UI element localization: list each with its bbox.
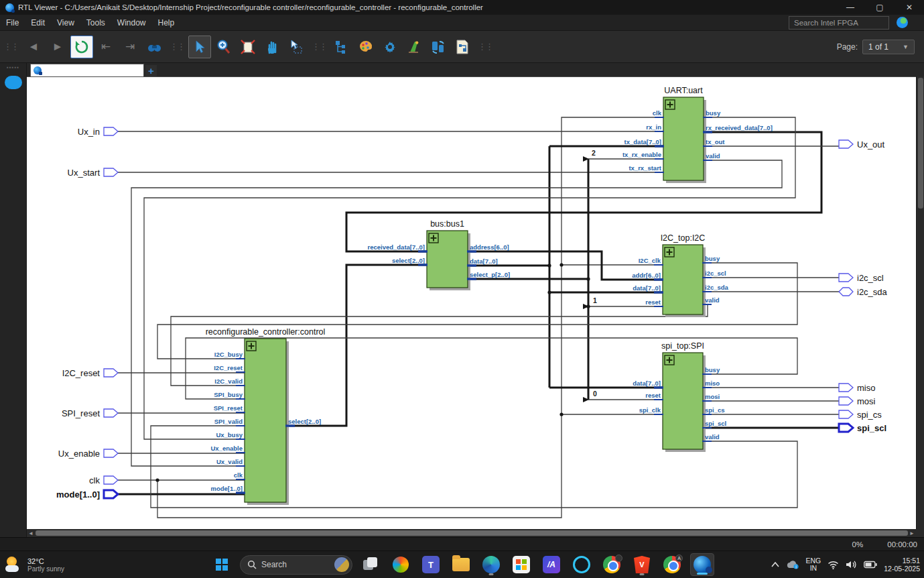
pin-miso[interactable]: miso xyxy=(839,383,875,393)
toolbar-grip-icon[interactable]: ⋮⋮ xyxy=(478,42,492,52)
bird-button[interactable] xyxy=(403,36,425,58)
toolbar-grip-icon[interactable]: ⋮⋮ xyxy=(3,42,18,52)
settings-button[interactable] xyxy=(379,36,401,58)
pin-spi_scl[interactable]: spi_scl xyxy=(839,423,886,433)
pin-i2c_scl[interactable]: i2c_scl xyxy=(839,273,884,283)
toolbar-grip-icon[interactable]: ⋮⋮ xyxy=(312,42,326,52)
chrome-profile-button[interactable]: A xyxy=(660,553,684,576)
add-tab-button[interactable]: + xyxy=(145,65,157,76)
block-i2c[interactable]: I2C_top:I2CI2C_clkaddr[6..0]data[7..0]re… xyxy=(632,233,728,317)
pin-I2C_reset[interactable]: I2C_reset xyxy=(62,368,118,378)
chrome-button[interactable] xyxy=(600,553,624,576)
onedrive-cloud-icon[interactable]: i xyxy=(786,560,799,569)
globe-icon[interactable] xyxy=(897,17,908,28)
horizontal-scrollbar[interactable]: ◄ ► xyxy=(27,529,924,537)
dev-app-button[interactable]: /A xyxy=(539,553,564,576)
scroll-right-arrow-icon[interactable]: ► xyxy=(908,530,916,536)
alexa-button[interactable] xyxy=(570,553,594,576)
start-button[interactable] xyxy=(210,553,234,576)
pin-clk[interactable]: clk xyxy=(89,475,118,485)
task-view-button[interactable] xyxy=(358,553,383,576)
teams-button[interactable]: T xyxy=(419,553,443,576)
file-explorer-button[interactable] xyxy=(449,553,473,576)
previous-view-button[interactable]: ⇤ xyxy=(94,36,117,58)
close-button[interactable]: ✕ xyxy=(895,0,924,15)
scroll-left-arrow-icon[interactable]: ◄ xyxy=(27,530,35,536)
port-label: Ux_busy xyxy=(216,431,243,439)
menu-item-file[interactable]: File xyxy=(0,16,25,30)
netlist-pages-button[interactable] xyxy=(427,36,450,58)
block-uart[interactable]: UART:uartclkrx_intx_data[7..0]tx_rx_enab… xyxy=(622,86,773,183)
menu-item-view[interactable]: View xyxy=(51,16,80,30)
menu-item-help[interactable]: Help xyxy=(152,16,181,30)
block-control[interactable]: reconfigurable_controller:controlI2C_bus… xyxy=(206,327,326,505)
refresh-button[interactable] xyxy=(70,36,93,58)
menu-item-edit[interactable]: Edit xyxy=(25,16,51,30)
port-label: i2c_sda xyxy=(705,284,729,291)
toolbar-grip-icon[interactable]: ⋮⋮ xyxy=(170,42,184,52)
export-netlist-button[interactable] xyxy=(451,36,474,58)
edge-button[interactable] xyxy=(479,553,503,576)
tray-chevron-up-icon[interactable] xyxy=(771,562,779,567)
port-label: select[2..0] xyxy=(288,418,321,425)
hand-tool-button[interactable] xyxy=(261,36,283,58)
weather-widget[interactable]: 32°C Partly sunny xyxy=(5,556,64,573)
tab-rtl-schematic[interactable] xyxy=(30,64,144,76)
pin-SPI_reset[interactable]: SPI_reset xyxy=(62,408,118,418)
language-indicator[interactable]: ENGIN xyxy=(806,557,821,572)
menu-item-window[interactable]: Window xyxy=(111,16,152,30)
pin-spi_cs[interactable]: spi_cs xyxy=(839,410,882,420)
port-label: mosi xyxy=(705,393,720,400)
pin-label: spi_scl xyxy=(857,423,886,433)
sidebar-grip-icon[interactable]: ▪▪▪▪▪ xyxy=(7,66,19,69)
minimize-button[interactable]: — xyxy=(836,0,865,15)
battery-icon[interactable] xyxy=(864,561,877,569)
clock[interactable]: 15:51 12-05-2025 xyxy=(884,557,920,573)
hierarchy-button[interactable] xyxy=(330,36,353,58)
horizontal-scrollbar-thumb[interactable] xyxy=(36,530,908,536)
block-spi[interactable]: spi_top:SPIdata[7..0]resetspi_clkbusymis… xyxy=(633,341,726,452)
volume-icon[interactable] xyxy=(846,560,857,569)
color-settings-button[interactable] xyxy=(354,36,377,58)
pin-Ux_enable[interactable]: Ux_enable xyxy=(58,449,118,459)
page-select[interactable]: 1 of 1 ▼ xyxy=(862,40,915,54)
status-bar: 0% 00:00:00 xyxy=(0,537,924,551)
search-input[interactable]: Search Intel FPGA xyxy=(789,16,889,30)
forward-button[interactable]: ► xyxy=(46,36,69,58)
fit-view-button[interactable] xyxy=(237,36,259,58)
progress-percent: 0% xyxy=(852,540,864,548)
schematic-canvas[interactable]: 210UART:uartclkrx_intx_data[7..0]tx_rx_e… xyxy=(27,76,916,529)
wifi-icon[interactable] xyxy=(828,561,839,569)
pin-i2c_sda[interactable]: i2c_sda xyxy=(839,287,888,297)
menu-item-tools[interactable]: Tools xyxy=(80,16,111,30)
pin-Ux_in[interactable]: Ux_in xyxy=(78,127,118,137)
output-pin-shape xyxy=(839,384,853,392)
port-label: clk xyxy=(234,471,243,479)
rtl-viewer-app-icon xyxy=(5,3,14,12)
ms-store-button[interactable] xyxy=(509,553,533,576)
copilot-button[interactable] xyxy=(389,553,413,576)
pin-mosi[interactable]: mosi xyxy=(839,396,876,406)
vertical-scrollbar-thumb[interactable] xyxy=(918,78,923,209)
port-label: addr[6..0] xyxy=(632,272,661,279)
rubberband-select-button[interactable] xyxy=(285,36,308,58)
label: 1 xyxy=(593,296,597,304)
back-button[interactable]: ◄ xyxy=(22,36,45,58)
find-button[interactable] xyxy=(143,36,166,58)
quartus-taskbar-button[interactable] xyxy=(690,553,714,576)
zoom-tool-button[interactable] xyxy=(212,36,235,58)
port-label: tx_rx_start xyxy=(629,164,661,172)
vertical-scrollbar[interactable] xyxy=(916,76,924,529)
brave-button[interactable]: V xyxy=(630,553,654,576)
chat-bubble-icon[interactable] xyxy=(5,76,22,89)
next-view-button[interactable]: ⇥ xyxy=(119,36,141,58)
pin-Ux_out[interactable]: Ux_out xyxy=(839,139,885,150)
cursor-tool-button[interactable] xyxy=(188,36,211,58)
maximize-button[interactable]: ▢ xyxy=(865,0,895,15)
port-label: data[7..0] xyxy=(633,284,661,292)
pin-Ux_start[interactable]: Ux_start xyxy=(68,168,118,178)
pin-mode10[interactable]: mode[1..0] xyxy=(56,489,118,500)
block-title: I2C_top:I2C xyxy=(661,233,706,243)
taskbar-search-label: Search xyxy=(261,560,287,569)
taskbar-search[interactable]: Search xyxy=(240,555,352,575)
